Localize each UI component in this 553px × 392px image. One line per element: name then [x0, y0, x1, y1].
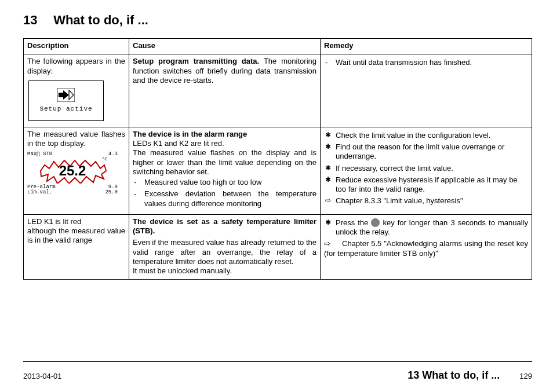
- remedy-pre: Press the: [336, 218, 371, 227]
- alarm-value: 25.2: [38, 158, 107, 184]
- th-cause: Cause: [129, 39, 321, 54]
- display-setup-active: Setup active: [28, 80, 104, 121]
- cell-cause: The device is set as a safety temperatur…: [129, 214, 321, 280]
- remedy-item: Press the key for longer than 3 seconds …: [336, 218, 528, 237]
- remedy-item: Check the limit value in the configurati…: [336, 131, 528, 140]
- arrow-icon: ⇨: [324, 239, 330, 248]
- chapter-title: What to do, if ...: [53, 13, 148, 27]
- footer-rule: [23, 361, 532, 362]
- cell-cause: Setup program transmitting data. The mon…: [129, 54, 321, 127]
- alarm-line2-left: Lim.val.: [27, 190, 52, 195]
- cause-bold: Setup program transmitting data.: [133, 57, 259, 65]
- display-alarm: Max∏ STB 4.3 25.2 °C Pre-alarm 9.9 Lim.v…: [27, 152, 118, 195]
- troubleshoot-table: Description Cause Remedy The following a…: [23, 38, 532, 280]
- remedy-item: Wait until data transmission has finishe…: [336, 58, 528, 67]
- remedy-ref: ⇨Chapter 5.5 "Acknowledging alarms using…: [324, 239, 528, 258]
- cell-description: The following appears in the display: Se…: [24, 54, 129, 127]
- cell-remedy: Press the key for longer than 3 seconds …: [321, 214, 532, 280]
- remedy-ref: Chapter 8.3.3 "Limit value, hysteresis": [336, 196, 528, 206]
- svg-marker-1: [69, 90, 74, 100]
- remedy-item: Find out the reason for the limit value …: [336, 142, 528, 162]
- remedy-item: If necessary, correct the limit value.: [336, 164, 528, 173]
- cause-text: Even if the measured value has already r…: [133, 238, 316, 266]
- alarm-top-right: 4.3: [108, 152, 118, 157]
- footer-page: 129: [519, 372, 532, 380]
- cell-description: LED K1 is lit red although the measured …: [24, 214, 129, 280]
- cause-item: Measured value too high or too low: [144, 178, 316, 187]
- table-row: The measured value flashes in the top di…: [24, 127, 532, 214]
- cell-remedy: Check the limit value in the configurati…: [321, 127, 532, 214]
- chapter-number: 13: [23, 13, 50, 28]
- cell-remedy: Wait until data transmission has finishe…: [321, 54, 532, 127]
- page-footer: 2013-04-01 13 What to do, if ... 129: [23, 369, 532, 382]
- transfer-arrow-icon: [57, 88, 75, 102]
- cell-cause: The device is in the alarm range LEDs K1…: [129, 127, 321, 214]
- table-row: LED K1 is lit red although the measured …: [24, 214, 532, 280]
- cause-text: The measured value flashes on the displa…: [133, 148, 316, 177]
- desc-text: The measured value flashes in the top di…: [27, 130, 125, 149]
- desc-text: although the measured value is in the va…: [27, 226, 125, 246]
- footer-date: 2013-04-01: [23, 372, 62, 380]
- table-row: The following appears in the display: Se…: [24, 54, 532, 127]
- cause-bold: The device is in the alarm range: [133, 130, 316, 139]
- cell-description: The measured value flashes in the top di…: [24, 127, 129, 214]
- alarm-line2-right: 25.0: [105, 190, 118, 195]
- alarm-unit: °C: [101, 157, 107, 162]
- setup-label: Setup active: [39, 105, 92, 113]
- svg-marker-0: [59, 90, 69, 100]
- table-header-row: Description Cause Remedy: [24, 39, 532, 54]
- reset-key-icon: [371, 218, 380, 227]
- alarm-top-left: Max∏ STB: [27, 152, 52, 157]
- footer-title: 13 What to do, if ...: [408, 369, 500, 382]
- desc-text: LED K1 is lit red: [27, 217, 125, 226]
- th-description: Description: [24, 39, 129, 54]
- cause-item: Excessive deviation between the temperat…: [144, 189, 316, 208]
- th-remedy: Remedy: [321, 39, 532, 54]
- desc-text: The following appears in the display:: [27, 57, 125, 76]
- cause-bold: The device is set as a safety temperatur…: [133, 217, 316, 236]
- page-title: 13 What to do, if ...: [23, 13, 532, 28]
- cause-text: It must be unlocked manually.: [133, 266, 316, 276]
- remedy-item: Reduce excessive hysteresis if applicabl…: [336, 175, 528, 195]
- cause-text: LEDs K1 and K2 are lit red.: [133, 139, 316, 148]
